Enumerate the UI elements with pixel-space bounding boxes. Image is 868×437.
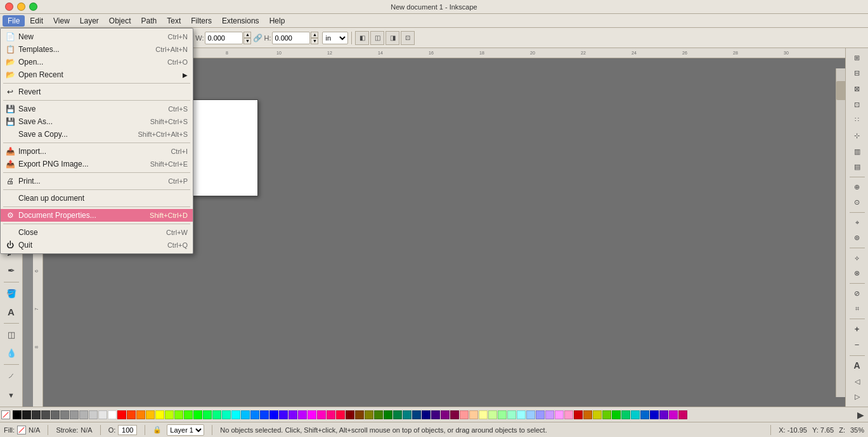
menu-help[interactable]: Help <box>264 15 290 27</box>
connector-tool[interactable]: ⟋ <box>3 367 20 384</box>
color-swatch[interactable] <box>564 410 573 419</box>
toolbar-align-4[interactable]: ⊡ <box>401 31 415 45</box>
right-nav-right[interactable]: ▷ <box>848 390 866 404</box>
color-swatch[interactable] <box>32 410 41 419</box>
color-swatch[interactable] <box>650 410 659 419</box>
right-snap-5[interactable]: ∷ <box>848 113 866 128</box>
color-swatch[interactable] <box>89 410 98 419</box>
color-swatch[interactable] <box>279 410 288 419</box>
color-swatch[interactable] <box>479 410 488 419</box>
menu-layer[interactable]: Layer <box>75 15 104 27</box>
color-swatch[interactable] <box>583 410 592 419</box>
right-snap-2[interactable]: ⊟ <box>848 66 866 81</box>
color-swatch[interactable] <box>536 410 545 419</box>
close-window-button[interactable] <box>5 3 13 11</box>
w-spinner[interactable]: ▲ ▼ <box>243 32 251 44</box>
menu-file[interactable]: File <box>3 15 25 27</box>
menu-open[interactable]: 📂 Open... Ctrl+O <box>1 56 193 68</box>
menu-view[interactable]: View <box>48 15 75 27</box>
color-swatch[interactable] <box>412 410 421 419</box>
color-swatch[interactable] <box>631 410 640 419</box>
eyedropper-tool[interactable]: 💧 <box>3 345 20 362</box>
color-swatch[interactable] <box>469 410 478 419</box>
menu-doc-props[interactable]: ⚙ Document Properties... Shift+Ctrl+D <box>1 209 193 222</box>
color-swatch[interactable] <box>98 410 107 419</box>
vertical-scrollbar[interactable] <box>836 68 845 397</box>
opacity-input[interactable] <box>118 425 137 435</box>
color-swatch[interactable] <box>165 410 174 419</box>
color-none-swatch[interactable] <box>1 410 10 419</box>
lock-aspect-icon[interactable]: 🔗 <box>252 33 262 43</box>
h-spin-down[interactable]: ▼ <box>311 38 318 44</box>
menu-object[interactable]: Object <box>104 15 136 27</box>
fill-swatch[interactable] <box>17 426 26 434</box>
palette-scroll-right[interactable]: ▶ <box>855 410 867 420</box>
window-controls[interactable] <box>5 3 37 11</box>
right-snap-1[interactable]: ⊞ <box>848 51 866 65</box>
menu-close[interactable]: Close Ctrl+W <box>1 226 193 239</box>
color-swatch[interactable] <box>669 410 678 419</box>
menu-export-png[interactable]: 📤 Export PNG Image... Shift+Ctrl+E <box>1 158 193 170</box>
color-swatch[interactable] <box>678 410 687 419</box>
color-swatch[interactable] <box>507 410 516 419</box>
menu-open-recent[interactable]: 📂 Open Recent ▶ <box>1 68 193 81</box>
color-swatch[interactable] <box>231 410 240 419</box>
menu-edit[interactable]: Edit <box>25 15 48 27</box>
h-spin-up[interactable]: ▲ <box>311 32 318 38</box>
color-swatch[interactable] <box>640 410 649 419</box>
right-nav-left[interactable]: ◁ <box>848 374 866 389</box>
right-snap-d[interactable]: ⊛ <box>848 231 866 246</box>
color-swatch[interactable] <box>22 410 31 419</box>
color-swatch[interactable] <box>498 410 507 419</box>
layer-select[interactable]: Layer 1 <box>167 424 204 436</box>
w-spin-up[interactable]: ▲ <box>243 32 251 38</box>
color-swatch[interactable] <box>327 410 335 419</box>
right-snap-f[interactable]: ⊗ <box>848 267 866 281</box>
color-swatch[interactable] <box>488 410 497 419</box>
maximize-window-button[interactable] <box>29 3 37 11</box>
color-swatch[interactable] <box>374 410 383 419</box>
color-swatch[interactable] <box>127 410 136 419</box>
color-swatch[interactable] <box>184 410 193 419</box>
color-swatch[interactable] <box>431 410 440 419</box>
color-swatch[interactable] <box>336 410 345 419</box>
color-swatch[interactable] <box>612 410 621 419</box>
color-swatch[interactable] <box>403 410 411 419</box>
toolbar-align-3[interactable]: ◨ <box>385 31 399 45</box>
color-swatch[interactable] <box>108 410 117 419</box>
color-swatch[interactable] <box>621 410 630 419</box>
color-swatch[interactable] <box>574 410 583 419</box>
color-swatch[interactable] <box>193 410 202 419</box>
right-zoom-out[interactable]: − <box>848 338 866 352</box>
right-snap-h[interactable]: ⌗ <box>848 302 866 317</box>
color-swatch[interactable] <box>60 410 69 419</box>
text-tool[interactable]: A <box>3 303 20 320</box>
menu-revert[interactable]: ↩ Revert <box>1 86 193 98</box>
color-swatch[interactable] <box>174 410 183 419</box>
color-swatch[interactable] <box>602 410 611 419</box>
right-snap-b[interactable]: ⊙ <box>848 195 866 210</box>
expand-tools-button[interactable]: ▼ <box>3 387 20 404</box>
right-zoom-in[interactable]: + <box>848 322 866 336</box>
menu-new[interactable]: 📄 New Ctrl+N <box>1 30 193 43</box>
color-swatch[interactable] <box>288 410 297 419</box>
color-swatch[interactable] <box>13 410 22 419</box>
color-swatch[interactable] <box>51 410 60 419</box>
right-snap-8[interactable]: ▤ <box>848 160 866 174</box>
color-swatch[interactable] <box>298 410 307 419</box>
w-input[interactable] <box>205 32 243 44</box>
color-swatch[interactable] <box>70 410 79 419</box>
gradient-tool[interactable]: ◫ <box>3 326 20 343</box>
color-swatch[interactable] <box>146 410 155 419</box>
color-swatch[interactable] <box>659 410 668 419</box>
menu-print[interactable]: 🖨 Print... Ctrl+P <box>1 175 193 187</box>
menu-import[interactable]: 📥 Import... Ctrl+I <box>1 145 193 158</box>
right-snap-g[interactable]: ⊘ <box>848 286 866 301</box>
menu-text[interactable]: Text <box>162 15 186 27</box>
color-swatch[interactable] <box>260 410 269 419</box>
right-snap-a[interactable]: ⊕ <box>848 180 866 194</box>
color-swatch[interactable] <box>555 410 564 419</box>
right-snap-3[interactable]: ⊠ <box>848 82 866 96</box>
color-swatch[interactable] <box>317 410 326 419</box>
color-swatch[interactable] <box>117 410 126 419</box>
